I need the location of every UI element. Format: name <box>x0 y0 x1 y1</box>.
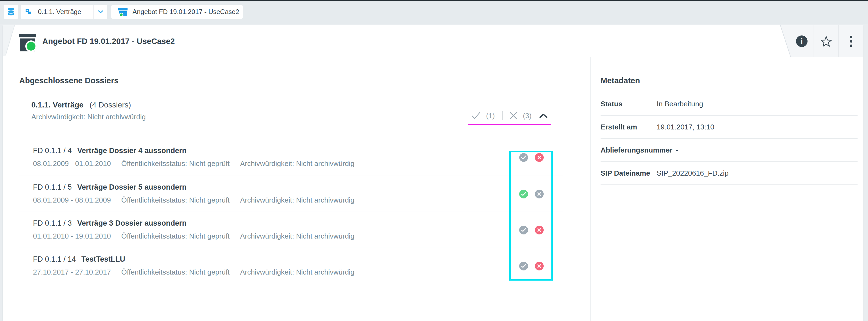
document-tab-label: Angebot FD 19.01.2017 - UseCase2 <box>132 8 239 16</box>
more-menu-button[interactable] <box>838 25 863 57</box>
dossier-name: Verträge Dossier 4 aussondern <box>77 147 187 155</box>
dossier-public-status: Öffentlichkeitsstatus: Nicht geprüft <box>121 232 229 240</box>
check-icon <box>472 112 480 119</box>
header-actions: i <box>777 25 863 57</box>
dossier-decision-buttons <box>519 153 544 162</box>
group-title: 0.1.1. Verträge <box>31 101 84 109</box>
metadata-heading: Metadaten <box>600 76 863 86</box>
dossier-meta-line: 27.10.2017 - 27.10.2017Öffentlichkeitsst… <box>33 268 563 277</box>
summary-separator <box>502 111 502 120</box>
dossier-date-range: 27.10.2017 - 27.10.2017 <box>33 268 111 276</box>
metadata-label: SIP Dateiname <box>600 169 657 178</box>
collapse-group-button[interactable] <box>539 113 548 118</box>
metadata-label: Ablieferungsnummer <box>600 146 676 155</box>
chevron-up-icon <box>539 113 548 118</box>
heading-divider <box>19 88 563 88</box>
dossier-id: FD 0.1.1 / 14 <box>33 255 76 263</box>
dossier-name: Verträge 3 Dossier aussondern <box>77 219 187 227</box>
metadata-row: Erstellt am 19.01.2017, 13:10 <box>600 116 858 139</box>
metadata-list: Status In Bearbeitung Erstellt am 19.01.… <box>600 93 863 185</box>
dossier-meta-line: 08.01.2009 - 08.01.2009Öffentlichkeitsst… <box>33 196 563 204</box>
x-icon <box>509 112 517 120</box>
dossier-name: Verträge Dossier 5 aussondern <box>77 183 187 191</box>
dossier-date-range: 01.01.2010 - 19.01.2010 <box>33 232 111 240</box>
dossier-name: TestTestLLU <box>81 255 125 263</box>
group-title-line: 0.1.1. Verträge (4 Dossiers) <box>31 100 563 110</box>
metadata-panel: Metadaten Status In Bearbeitung Erstellt… <box>590 57 863 321</box>
dossier-public-status: Öffentlichkeitsstatus: Nicht geprüft <box>121 196 229 204</box>
accept-dossier-button[interactable] <box>519 190 528 198</box>
dossier-row[interactable]: FD 0.1.1 / 5Verträge Dossier 5 aussonder… <box>19 175 563 212</box>
dossier-id: FD 0.1.1 / 3 <box>33 219 72 227</box>
accept-dossier-button[interactable] <box>519 226 528 234</box>
metadata-label: Status <box>600 100 657 108</box>
dossier-date-range: 08.01.2009 - 08.01.2009 <box>33 196 111 204</box>
reject-dossier-button[interactable] <box>535 262 544 270</box>
group-count: (4 Dossiers) <box>90 101 131 109</box>
metadata-row: SIP Dateiname SIP_20220616_FD.zip <box>600 162 858 185</box>
reject-dossier-button[interactable] <box>535 190 544 198</box>
dossier-public-status: Öffentlichkeitsstatus: Nicht geprüft <box>121 159 229 168</box>
metadata-value: 19.01.2017, 13:10 <box>657 123 714 131</box>
review-summary[interactable]: (1) (3) <box>468 111 551 125</box>
dossier-group-header: 0.1.1. Verträge (4 Dossiers) Archivwürdi… <box>19 100 563 121</box>
dossier-list-section: Abgeschlossene Dossiers 0.1.1. Verträge … <box>19 57 563 321</box>
app-window: 0.1.1. Verträge Angebot FD 19.01.2017 - … <box>0 0 868 321</box>
dossier-id: FD 0.1.1 / 5 <box>33 183 72 191</box>
context-tab-button[interactable]: 0.1.1. Verträge <box>21 5 93 19</box>
metadata-label: Erstellt am <box>600 123 657 131</box>
rejected-count: (3) <box>523 111 532 120</box>
info-button[interactable]: i <box>777 25 813 57</box>
metadata-value: SIP_20220616_FD.zip <box>657 169 728 178</box>
reject-dossier-button[interactable] <box>535 226 544 234</box>
dossier-archival-status: Archivwürdigkeit: Nicht archivwürdig <box>240 159 354 168</box>
dossier-row[interactable]: FD 0.1.1 / 3Verträge 3 Dossier aussonder… <box>19 212 563 248</box>
dossier-box-icon <box>118 7 128 17</box>
kebab-menu-icon <box>850 36 852 47</box>
dossier-title-line: FD 0.1.1 / 4Verträge Dossier 4 aussonder… <box>33 146 563 155</box>
tab-bar: 0.1.1. Verträge Angebot FD 19.01.2017 - … <box>4 5 243 19</box>
database-layers-icon <box>6 7 16 17</box>
dossier-date-range: 08.01.2009 - 01.01.2010 <box>33 159 111 168</box>
dossier-meta-line: 08.01.2009 - 01.01.2010Öffentlichkeitsst… <box>33 159 563 168</box>
dossier-archival-status: Archivwürdigkeit: Nicht archivwürdig <box>240 268 354 276</box>
favorite-button[interactable] <box>813 25 838 57</box>
info-icon: i <box>796 35 808 47</box>
archive-box-logo <box>19 34 36 52</box>
content-card: Angebot FD 19.01.2017 - UseCase2 i <box>3 25 863 321</box>
metadata-row: Status In Bearbeitung <box>600 93 858 116</box>
dossier-decision-buttons <box>519 262 544 270</box>
metadata-value: - <box>676 146 678 155</box>
dossier-meta-line: 01.01.2010 - 19.01.2010Öffentlichkeitsst… <box>33 232 563 240</box>
dossier-archival-status: Archivwürdigkeit: Nicht archivwürdig <box>240 232 354 240</box>
dossier-id: FD 0.1.1 / 4 <box>33 147 72 155</box>
home-tab-button[interactable] <box>4 5 18 19</box>
star-icon <box>820 35 832 47</box>
document-tab-button[interactable]: Angebot FD 19.01.2017 - UseCase2 <box>111 5 243 19</box>
dossier-decision-buttons <box>519 190 544 198</box>
accept-dossier-button[interactable] <box>519 153 528 162</box>
dossier-archival-status: Archivwürdigkeit: Nicht archivwürdig <box>240 196 354 204</box>
dossier-public-status: Öffentlichkeitsstatus: Nicht geprüft <box>121 268 229 276</box>
context-tab: 0.1.1. Verträge <box>21 5 107 19</box>
hierarchy-icon <box>26 9 32 15</box>
page-title: Angebot FD 19.01.2017 - UseCase2 <box>42 35 175 47</box>
section-heading: Abgeschlossene Dossiers <box>19 76 563 86</box>
dossier-title-line: FD 0.1.1 / 3Verträge 3 Dossier aussonder… <box>33 219 563 228</box>
accept-dossier-button[interactable] <box>519 262 528 270</box>
accepted-count: (1) <box>486 111 495 120</box>
dossier-decision-buttons <box>519 226 544 234</box>
card-body: Abgeschlossene Dossiers 0.1.1. Verträge … <box>3 57 863 321</box>
chevron-down-icon <box>98 10 103 13</box>
metadata-row: Ablieferungsnummer - <box>600 139 858 162</box>
reject-dossier-button[interactable] <box>535 153 544 162</box>
dossier-row[interactable]: FD 0.1.1 / 14TestTestLLU 27.10.2017 - 27… <box>19 248 563 284</box>
context-tab-caret-button[interactable] <box>93 5 107 19</box>
dossier-rows: FD 0.1.1 / 4Verträge Dossier 4 aussonder… <box>19 139 563 284</box>
card-header: Angebot FD 19.01.2017 - UseCase2 i <box>3 25 863 57</box>
dossier-title-line: FD 0.1.1 / 14TestTestLLU <box>33 255 563 264</box>
dossier-row[interactable]: FD 0.1.1 / 4Verträge Dossier 4 aussonder… <box>19 139 563 175</box>
dossier-title-line: FD 0.1.1 / 5Verträge Dossier 5 aussonder… <box>33 183 563 192</box>
metadata-value: In Bearbeitung <box>657 100 703 108</box>
context-tab-label: 0.1.1. Verträge <box>38 8 81 16</box>
